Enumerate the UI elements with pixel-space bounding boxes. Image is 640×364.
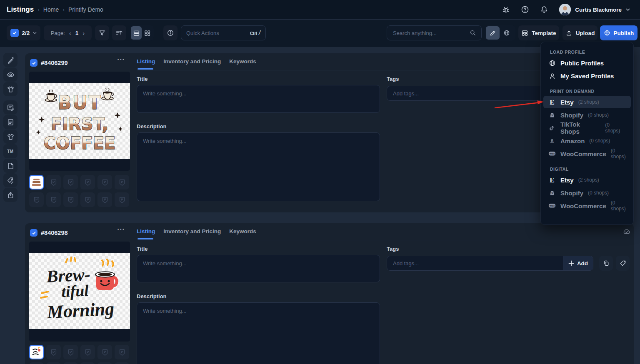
grid-view-button[interactable] xyxy=(142,26,152,40)
sort-button[interactable] xyxy=(112,25,126,40)
check-icon xyxy=(12,30,17,35)
listing-image[interactable]: BUT FIRST, COFFEE xyxy=(29,72,130,171)
thumbnail-placeholder[interactable] xyxy=(46,192,61,207)
tab-listing[interactable]: Listing xyxy=(137,58,155,65)
menu-item-public-profiles[interactable]: Public Profiles xyxy=(543,57,631,69)
title-input[interactable] xyxy=(137,255,380,282)
list-view-button[interactable] xyxy=(131,26,142,40)
title-input[interactable] xyxy=(137,85,380,113)
sidebar-file-button[interactable] xyxy=(3,159,18,173)
tags-input[interactable] xyxy=(387,86,563,100)
thumbnail-placeholder[interactable] xyxy=(63,192,78,207)
shield-placeholder-icon xyxy=(118,179,126,186)
sidebar-preview-button[interactable] xyxy=(3,67,18,82)
filter-button[interactable] xyxy=(95,25,109,40)
svg-text:Woo: Woo xyxy=(550,204,555,207)
thumbnail-placeholder[interactable] xyxy=(80,175,95,189)
amazon-icon: a xyxy=(548,137,556,144)
thumbnail-placeholder[interactable] xyxy=(29,192,44,207)
menu-item-etsy-digital[interactable]: E Etsy (2 shops) xyxy=(543,174,631,186)
sidebar-mockups-button[interactable] xyxy=(3,130,18,144)
more-menu-button[interactable]: ••• xyxy=(118,57,125,62)
person-icon xyxy=(548,72,556,80)
description-input[interactable] xyxy=(137,302,380,364)
web-mode-button[interactable] xyxy=(500,26,513,40)
sidebar-product-button[interactable] xyxy=(3,82,18,96)
bug-report-icon[interactable] xyxy=(502,5,510,14)
thumbnail-placeholder[interactable] xyxy=(98,175,112,189)
thumbnail-selected[interactable] xyxy=(29,345,44,359)
edit-mode-button[interactable] xyxy=(486,26,500,40)
tab-keywords[interactable]: Keywords xyxy=(229,58,256,65)
title-label: Title xyxy=(137,246,148,252)
next-page-button[interactable]: › xyxy=(82,30,85,37)
breadcrumb-printify-demo[interactable]: Printify Demo xyxy=(68,6,103,13)
sidebar-tag-edit-button[interactable] xyxy=(3,173,18,187)
sidebar-magic-edit-button[interactable] xyxy=(3,53,18,67)
card-checkbox[interactable] xyxy=(30,229,38,237)
menu-item-woocommerce-pod[interactable]: Woo WooCommerce (0 shops) xyxy=(543,147,631,160)
thumbnail-placeholder[interactable] xyxy=(46,175,61,189)
upload-button[interactable]: Upload xyxy=(562,25,598,40)
search-input[interactable] xyxy=(392,30,470,37)
tab-inventory-pricing[interactable]: Inventory and Pricing xyxy=(163,58,221,65)
notifications-bell-icon[interactable] xyxy=(540,5,548,14)
card-checkbox[interactable] xyxy=(30,59,38,67)
menu-item-my-saved-profiles[interactable]: My Saved Profiles xyxy=(543,70,631,82)
thumbnail-placeholder[interactable] xyxy=(98,345,112,359)
tab-listing[interactable]: Listing xyxy=(137,228,155,234)
select-all-checkbox[interactable] xyxy=(10,29,19,37)
more-menu-button[interactable]: ••• xyxy=(118,227,125,232)
description-label: Description xyxy=(137,123,167,130)
menu-item-shopify-digital[interactable]: S Shopify (0 shops) xyxy=(543,187,631,199)
thumbnail-placeholder[interactable] xyxy=(63,175,78,189)
thumbnail-placeholder[interactable] xyxy=(115,192,129,207)
thumbnail-placeholder[interactable] xyxy=(115,345,129,359)
sidebar-trademark-button[interactable]: TM xyxy=(3,144,18,158)
thumbnail-placeholder[interactable] xyxy=(115,175,129,189)
sidebar-export-button[interactable] xyxy=(3,188,18,202)
thumbnail-placeholder[interactable] xyxy=(63,345,78,359)
copy-tags-button[interactable] xyxy=(599,256,613,271)
menu-item-etsy-pod[interactable]: E Etsy (2 shops) xyxy=(543,96,631,108)
select-all-dropdown[interactable]: 2/2 xyxy=(7,25,40,40)
menu-item-woocommerce-digital[interactable]: Woo WooCommerce (0 shops) xyxy=(543,199,631,212)
thumbnail-placeholder[interactable] xyxy=(63,362,78,364)
thumbnail-placeholder[interactable] xyxy=(98,362,112,364)
tags-input[interactable] xyxy=(387,256,563,270)
help-icon[interactable] xyxy=(521,5,529,14)
listing-id: #8406299 xyxy=(41,60,68,66)
thumbnail-selected[interactable] xyxy=(29,175,44,189)
description-input[interactable] xyxy=(137,132,380,201)
prev-page-button[interactable]: ‹ xyxy=(69,30,71,37)
shield-placeholder-icon xyxy=(84,179,92,186)
thumbnail-placeholder[interactable] xyxy=(29,362,44,364)
template-button[interactable]: Template xyxy=(518,25,559,40)
publish-globe-icon xyxy=(604,30,610,36)
thumbnail-placeholder[interactable] xyxy=(80,192,95,207)
title-label: Title xyxy=(137,76,148,82)
add-tag-button[interactable]: Add xyxy=(563,256,593,270)
thumbnail-placeholder[interactable] xyxy=(46,345,61,359)
sidebar-notes-button[interactable] xyxy=(3,100,18,115)
search-box[interactable] xyxy=(387,25,482,40)
quick-actions-input[interactable]: Quick Actions Ctrl / xyxy=(181,25,266,40)
listing-image[interactable]: Brew- tiful Morning xyxy=(29,242,130,342)
info-button[interactable] xyxy=(163,25,178,40)
menu-item-tiktok-pod[interactable]: TikTok Shops (0 shops) xyxy=(543,122,631,134)
tag-tool-button[interactable] xyxy=(616,256,630,271)
thumbnail-placeholder[interactable] xyxy=(80,345,95,359)
tab-inventory-pricing[interactable]: Inventory and Pricing xyxy=(163,228,221,234)
tab-keywords[interactable]: Keywords xyxy=(229,228,256,234)
menu-item-amazon-pod[interactable]: a Amazon (0 shops) xyxy=(543,135,631,147)
thumbnail-placeholder[interactable] xyxy=(115,362,129,364)
thumbnail-placeholder[interactable] xyxy=(80,362,95,364)
menu-item-shopify-pod[interactable]: S Shopify (0 shops) xyxy=(543,109,631,121)
thumbnail-placeholder[interactable] xyxy=(98,192,112,207)
user-menu[interactable]: Curtis Blackmore xyxy=(559,4,630,15)
sidebar-details-button[interactable] xyxy=(3,115,18,129)
publish-button[interactable]: Publish xyxy=(600,25,638,40)
trademark-icon: TM xyxy=(7,149,13,154)
breadcrumb-home[interactable]: Home xyxy=(43,6,59,13)
thumbnail-placeholder[interactable] xyxy=(46,362,61,364)
